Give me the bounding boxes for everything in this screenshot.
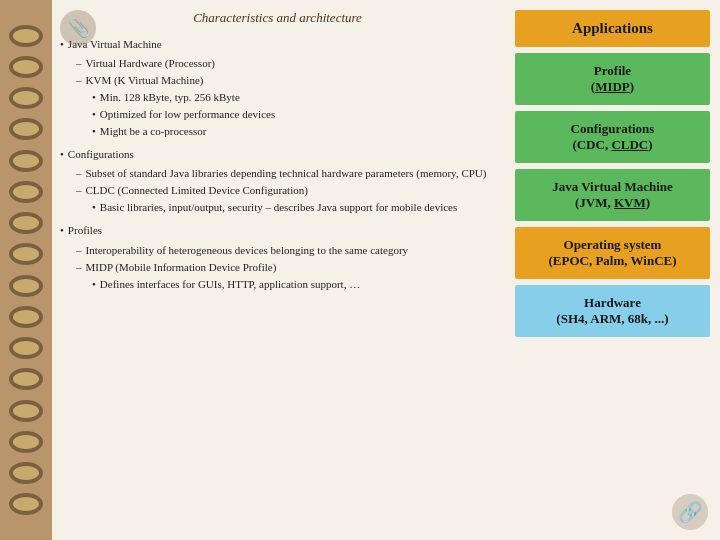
os-box: Operating system(EPOC, Palm, WinCE) bbox=[515, 227, 710, 279]
right-panel: Applications Profile(MIDP) Configuration… bbox=[515, 10, 710, 530]
spiral-ring bbox=[9, 212, 43, 234]
config-sub2-label: CLDC (Connected Limited Device Configura… bbox=[86, 182, 308, 199]
svg-text:📎: 📎 bbox=[68, 17, 91, 39]
main-content: 📎 Characteristics and architecture • Jav… bbox=[52, 0, 720, 540]
slide-title: Characteristics and architecture bbox=[60, 10, 505, 26]
config-sub2: – CLDC (Connected Limited Device Configu… bbox=[76, 182, 500, 199]
profiles-sub1-label: Interoperability of heterogeneous device… bbox=[86, 242, 409, 259]
spiral-ring bbox=[9, 25, 43, 47]
content-area: • Java Virtual Machine – Virtual Hardwar… bbox=[60, 36, 505, 293]
jvm-sub2c-label: Might be a co-processor bbox=[100, 123, 207, 140]
spiral-ring bbox=[9, 337, 43, 359]
jvm-sub2b: • Optimized for low performance devices bbox=[92, 106, 500, 123]
profile-box: Profile(MIDP) bbox=[515, 53, 710, 105]
config-sub1: – Subset of standard Java libraries depe… bbox=[76, 165, 500, 182]
profiles-sub2a-label: Defines interfaces for GUIs, HTTP, appli… bbox=[100, 276, 360, 293]
jvm-box: Java Virtual Machine(JVM, KVM) bbox=[515, 169, 710, 221]
spiral-ring bbox=[9, 462, 43, 484]
bullet-dot: • bbox=[60, 146, 64, 163]
spiral-ring bbox=[9, 56, 43, 78]
spiral-ring bbox=[9, 493, 43, 515]
bullet-jvm: • Java Virtual Machine bbox=[60, 36, 500, 53]
left-panel: 📎 Characteristics and architecture • Jav… bbox=[60, 10, 505, 530]
svg-text:🔗: 🔗 bbox=[678, 500, 703, 524]
slide-container: 📎 Characteristics and architecture • Jav… bbox=[0, 0, 720, 540]
profiles-sub2a: • Defines interfaces for GUIs, HTTP, app… bbox=[92, 276, 500, 293]
profiles-sub2-label: MIDP (Mobile Information Device Profile) bbox=[86, 259, 277, 276]
spiral-ring bbox=[9, 368, 43, 390]
spiral-ring bbox=[9, 150, 43, 172]
jvm-sub2-label: KVM (K Virtual Machine) bbox=[86, 72, 204, 89]
jvm-sub2b-label: Optimized for low performance devices bbox=[100, 106, 275, 123]
notebook-icon-top: 📎 bbox=[58, 8, 98, 48]
jvm-sub1: – Virtual Hardware (Processor) bbox=[76, 55, 500, 72]
applications-box: Applications bbox=[515, 10, 710, 47]
jvm-sub2c: • Might be a co-processor bbox=[92, 123, 500, 140]
jvm-sub2: – KVM (K Virtual Machine) bbox=[76, 72, 500, 89]
bullet-dot: • bbox=[60, 222, 64, 239]
bullet-profiles: • Profiles bbox=[60, 222, 500, 239]
config-sub2a-label: Basic libraries, input/output, security … bbox=[100, 199, 457, 216]
jvm-sub2a-label: Min. 128 kByte, typ. 256 kByte bbox=[100, 89, 240, 106]
notebook-icon-bottom: 🔗 bbox=[670, 492, 710, 532]
config-sub2a: • Basic libraries, input/output, securit… bbox=[92, 199, 500, 216]
spiral-ring bbox=[9, 243, 43, 265]
spiral-ring bbox=[9, 306, 43, 328]
spiral-ring bbox=[9, 400, 43, 422]
spiral-ring bbox=[9, 431, 43, 453]
profiles-sub1: – Interoperability of heterogeneous devi… bbox=[76, 242, 500, 259]
spiral-binding bbox=[0, 0, 52, 540]
bullet-config: • Configurations bbox=[60, 146, 500, 163]
spiral-ring bbox=[9, 118, 43, 140]
config-label: Configurations bbox=[68, 146, 134, 163]
profiles-sub2: – MIDP (Mobile Information Device Profil… bbox=[76, 259, 500, 276]
spiral-ring bbox=[9, 275, 43, 297]
spiral-ring bbox=[9, 87, 43, 109]
configurations-box: Configurations(CDC, CLDC) bbox=[515, 111, 710, 163]
hardware-box: Hardware(SH4, ARM, 68k, ...) bbox=[515, 285, 710, 337]
jvm-sub1-label: Virtual Hardware (Processor) bbox=[86, 55, 215, 72]
jvm-sub2a: • Min. 128 kByte, typ. 256 kByte bbox=[92, 89, 500, 106]
profiles-label: Profiles bbox=[68, 222, 102, 239]
config-sub1-label: Subset of standard Java libraries depend… bbox=[86, 165, 487, 182]
spiral-ring bbox=[9, 181, 43, 203]
